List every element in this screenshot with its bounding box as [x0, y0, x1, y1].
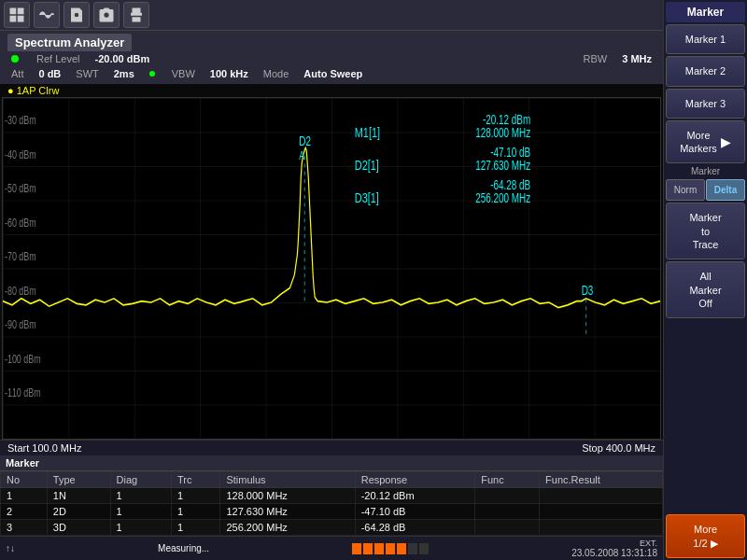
cell-type: 3D: [47, 520, 110, 536]
col-func-result: Func.Result: [540, 472, 663, 488]
status-bar: ↑↓ Measuring... EXT. 23.05.2008 13:31:18: [0, 536, 663, 560]
table-row: 22D11127.630 MHz-47.10 dB: [1, 504, 663, 520]
header-row2: Att 0 dB SWT 2ms VBW 100 kHz Mode Auto S…: [7, 66, 655, 81]
trace-name: 1AP Clrw: [17, 85, 60, 96]
svg-text:A: A: [299, 148, 305, 161]
svg-text:128.000 MHz: 128.000 MHz: [475, 125, 530, 140]
table-header-row: No Type Diag Trc Stimulus Response Func …: [1, 472, 663, 488]
cell-diag: 1: [110, 520, 172, 536]
progress-block-1: [352, 543, 361, 554]
ext-label: EXT.: [571, 539, 657, 548]
cell-trc: 1: [172, 520, 220, 536]
trace-label: ● 1AP Clrw: [0, 84, 663, 97]
table-row: 11N11128.000 MHz-20.12 dBm: [1, 488, 663, 504]
svg-text:D2: D2: [299, 133, 311, 148]
more-markers-arrow: ▶: [721, 133, 731, 150]
mode-value: Auto Sweep: [303, 68, 362, 79]
save-icon[interactable]: [63, 2, 90, 28]
chart-area: -30 dBm -40 dBm -50 dBm -60 dBm -70 dBm …: [2, 97, 661, 440]
cell-type: 1N: [47, 488, 110, 504]
ref-level-label: Ref Level: [36, 53, 79, 64]
progress-bar: [352, 543, 429, 554]
att-value: 0 dB: [38, 68, 61, 79]
progress-block-3: [374, 543, 384, 554]
mode-label: Mode: [263, 68, 289, 79]
cell-func: [475, 504, 540, 520]
svg-text:127.630 MHz: 127.630 MHz: [475, 159, 530, 174]
svg-rect-2: [10, 16, 17, 22]
marker2-button[interactable]: Marker 2: [666, 56, 745, 86]
toolbar: [0, 0, 663, 31]
nav-arrows[interactable]: ↑↓: [6, 543, 15, 553]
cell-stimulus: 256.200 MHz: [220, 520, 355, 536]
svg-text:-40 dBm: -40 dBm: [5, 147, 36, 161]
swt-label: SWT: [76, 68, 98, 79]
svg-text:-50 dBm: -50 dBm: [5, 182, 36, 195]
cell-response: -47.10 dB: [355, 504, 475, 520]
col-type: Type: [47, 472, 110, 488]
status-dot: [11, 55, 19, 63]
datetime-area: EXT. 23.05.2008 13:31:18: [571, 539, 657, 558]
marker1-button[interactable]: Marker 1: [666, 24, 745, 54]
col-func: Func: [475, 472, 540, 488]
svg-text:D2[1]: D2[1]: [355, 157, 379, 173]
cell-no: 2: [1, 504, 48, 520]
marker-table: No Type Diag Trc Stimulus Response Func …: [0, 471, 663, 536]
swt-dot: [149, 71, 155, 77]
analyzer-title: Spectrum Analyzer: [7, 34, 132, 51]
marker-section-title: Marker: [0, 455, 663, 471]
more-markers-button[interactable]: MoreMarkers ▶: [666, 120, 745, 164]
grid-icon[interactable]: [4, 2, 30, 28]
svg-text:-30 dBm: -30 dBm: [5, 114, 36, 127]
col-trc: Trc: [172, 472, 220, 488]
all-marker-off-button[interactable]: AllMarkerOff: [666, 261, 745, 318]
svg-text:M1[1]: M1[1]: [355, 124, 380, 140]
svg-text:-80 dBm: -80 dBm: [5, 284, 36, 297]
svg-text:-60 dBm: -60 dBm: [5, 216, 36, 229]
svg-rect-3: [18, 16, 24, 22]
cell-trc: 1: [172, 504, 220, 520]
col-stimulus: Stimulus: [220, 472, 355, 488]
cell-func_result: [540, 488, 663, 504]
svg-rect-0: [10, 8, 17, 15]
vbw-value: 100 kHz: [210, 68, 248, 79]
norm-delta-buttons: Norm Delta: [666, 179, 745, 201]
col-response: Response: [355, 472, 475, 488]
cell-no: 1: [1, 488, 48, 504]
measuring-label: Measuring...: [158, 543, 209, 553]
swt-value: 2ms: [114, 68, 134, 79]
vbw-label: VBW: [172, 68, 195, 79]
wave-icon[interactable]: [34, 2, 60, 28]
norm-button[interactable]: Norm: [666, 179, 705, 201]
cell-func: [475, 488, 540, 504]
more-markers-label: MoreMarkers: [680, 129, 717, 156]
marker-mode-label: Marker: [666, 166, 745, 176]
header-row1: Ref Level -20.00 dBm RBW 3 MHz: [7, 51, 655, 66]
cell-response: -20.12 dBm: [355, 488, 475, 504]
rbw-value: 3 MHz: [622, 53, 652, 64]
table-row: 33D11256.200 MHz-64.28 dB: [1, 520, 663, 536]
more-button[interactable]: More1/2 ▶: [666, 514, 745, 558]
progress-block-4: [386, 543, 395, 554]
rbw-label: RBW: [584, 53, 608, 64]
svg-text:-70 dBm: -70 dBm: [5, 250, 36, 263]
print-icon[interactable]: [123, 2, 149, 28]
cell-type: 2D: [47, 504, 110, 520]
ref-level-value: -20.00 dBm: [94, 53, 149, 64]
svg-rect-5: [3, 98, 660, 439]
progress-block-2: [363, 543, 373, 554]
spectrum-chart: -30 dBm -40 dBm -50 dBm -60 dBm -70 dBm …: [3, 98, 660, 439]
svg-text:D3[1]: D3[1]: [355, 189, 379, 205]
delta-button[interactable]: Delta: [706, 179, 745, 201]
frequency-bar: Start 100.0 MHz Stop 400.0 MHz: [0, 440, 663, 455]
cell-func_result: [540, 504, 663, 520]
analyzer-header: Spectrum Analyzer Ref Level -20.00 dBm R…: [0, 31, 663, 84]
col-no: No: [1, 472, 48, 488]
cell-stimulus: 127.630 MHz: [220, 504, 355, 520]
svg-text:256.200 MHz: 256.200 MHz: [475, 191, 530, 206]
start-freq: Start 100.0 MHz: [7, 442, 81, 454]
marker3-button[interactable]: Marker 3: [666, 89, 745, 119]
marker-to-trace-button[interactable]: MarkertoTrace: [666, 203, 745, 259]
camera-icon[interactable]: [93, 2, 120, 28]
svg-text:-100 dBm: -100 dBm: [5, 352, 41, 365]
